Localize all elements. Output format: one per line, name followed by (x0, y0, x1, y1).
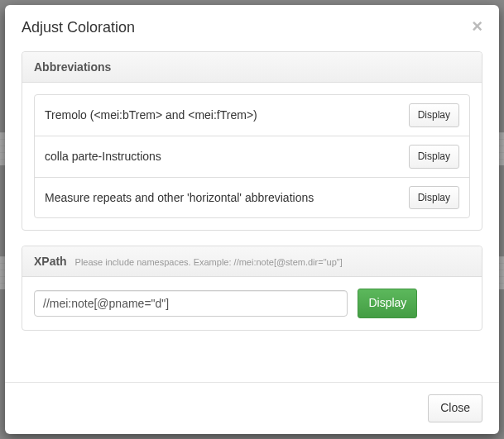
abbreviation-label: colla parte-Instructions (45, 150, 161, 163)
close-icon[interactable]: × (472, 17, 482, 36)
abbreviations-list: Tremolo (<mei:bTrem> and <mei:fTrem>) Di… (34, 94, 470, 218)
list-item: Measure repeats and other 'horizontal' a… (35, 178, 469, 218)
display-button[interactable]: Display (409, 103, 459, 127)
xpath-input[interactable] (34, 290, 348, 317)
modal-title: Adjust Coloration (22, 19, 135, 36)
display-button[interactable]: Display (409, 186, 459, 210)
abbreviation-label: Measure repeats and other 'horizontal' a… (45, 191, 314, 204)
xpath-display-button[interactable]: Display (358, 289, 417, 318)
modal-footer: Close (5, 382, 499, 434)
xpath-panel: XPath Please include namespaces. Example… (22, 246, 482, 331)
list-item: Tremolo (<mei:bTrem> and <mei:fTrem>) Di… (35, 95, 469, 136)
xpath-heading-label: XPath (34, 255, 67, 268)
xpath-heading: XPath Please include namespaces. Example… (22, 246, 482, 277)
list-item: colla parte-Instructions Display (35, 136, 469, 178)
abbreviations-panel: Abbreviations Tremolo (<mei:bTrem> and <… (22, 51, 482, 231)
abbreviations-heading: Abbreviations (22, 52, 482, 83)
display-button[interactable]: Display (409, 145, 459, 169)
xpath-hint: Please include namespaces. Example: //me… (75, 257, 343, 267)
close-button[interactable]: Close (428, 394, 482, 422)
abbreviation-label: Tremolo (<mei:bTrem> and <mei:fTrem>) (45, 108, 257, 122)
coloration-modal: Adjust Coloration × Abbreviations Tremol… (5, 5, 499, 434)
